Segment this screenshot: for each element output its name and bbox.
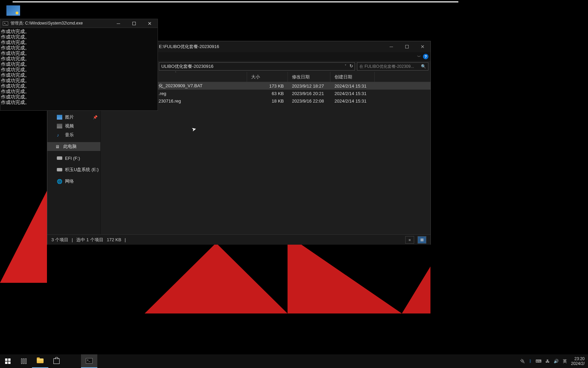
cmd-taskbar-icon: >_ [86,358,93,364]
svg-rect-0 [5,358,7,361]
sidebar-item-videos[interactable]: 视频 [47,122,100,131]
refresh-icon[interactable]: ↻ [349,63,353,68]
videos-icon [57,124,62,128]
sidebar-item-label: 此电脑 [63,143,77,150]
file-modified: 2023/9/12 18:27 [288,83,330,89]
wallpaper-shape [145,235,430,313]
tray-clock[interactable]: 23:20 2024/2/ [571,356,585,366]
sidebar-item-this-pc[interactable]: 🖥 此电脑 [47,142,100,151]
tray-ime-indicator[interactable]: 英 [563,358,567,364]
cmd-output: 作成功完成。作成功完成。作成功完成。作成功完成。作成功完成。作成功完成。作成功完… [0,28,158,106]
address-dropdown-icon[interactable]: ˅ [345,64,346,68]
maximize-button[interactable] [399,41,415,52]
ribbon-expand-icon[interactable]: ﹀ [417,54,421,59]
sidebar-item-label: EFI (F:) [65,156,80,161]
sidebar-item-music[interactable]: ♪ 音乐 [47,131,100,139]
status-selected: 选中 1 个项目 [76,237,103,243]
cmd-titlebar[interactable]: >_ 管理员: C:\Windows\System32\cmd.exe ─ ✕ [0,19,158,28]
sort-asc-icon: ˄ [175,71,177,75]
system-tray: 🔌 ᛒ ⌨ 🖧 🔊 英 23:20 2024/2/ [517,356,588,366]
search-input[interactable]: 在 FULIBO优化套餐-202309... 🔍 [357,62,428,71]
sidebar-item-label: 视频 [65,123,74,129]
address-bar[interactable]: ULIBO优化套餐-20230916 ˅ ↻ [159,62,355,71]
status-bar: 3 个项目 | 选中 1 个项目 172 KB | ≡ ▦ [47,234,430,245]
sidebar-item-pictures[interactable]: 图片 📌 [47,113,100,122]
column-header-modified[interactable]: 修改日期 [288,72,330,82]
sidebar-item-drive-e[interactable]: 积玉U盘系统 (E:) [47,165,100,174]
tray-date: 2024/2/ [571,361,585,366]
tray-keyboard-icon[interactable]: ⌨ [536,359,541,364]
sidebar-item-label: 积玉U盘系统 (E:) [65,167,99,173]
close-button[interactable]: ✕ [142,19,158,28]
this-pc-icon: 🖥 [55,144,61,149]
svg-rect-2 [5,362,7,364]
desktop-shortcut-icon[interactable] [6,5,20,16]
store-icon [53,358,60,364]
pictures-icon [57,115,62,120]
start-button[interactable] [0,354,16,368]
taskbar-app-explorer[interactable] [32,354,48,368]
file-size: 63 KB [247,91,288,96]
help-icon[interactable]: ? [423,54,428,59]
minimize-button[interactable]: ─ [111,19,126,28]
close-button[interactable]: ✕ [415,41,430,52]
tray-usb-icon[interactable]: 🔌 [520,359,525,364]
tray-network-icon[interactable]: 🖧 [545,359,550,364]
file-modified: 2023/9/16 22:08 [288,98,330,104]
taskbar-app-cmd[interactable]: >_ [81,354,97,368]
tray-bluetooth-icon[interactable]: ᛒ [529,359,532,364]
sidebar-item-label: 网络 [65,178,74,184]
svg-rect-1 [8,358,11,361]
file-created: 2024/2/14 15:31 [330,83,375,89]
network-icon: 🌐 [57,179,62,184]
file-size: 18 KB [247,98,288,104]
cmd-window: >_ 管理员: C:\Windows\System32\cmd.exe ─ ✕ … [0,19,158,111]
tray-time: 23:20 [571,356,585,361]
address-text: ULIBO优化套餐-20230916 [161,63,213,70]
taskview-icon [21,358,27,364]
cmd-icon: >_ [3,21,8,26]
taskbar: >_ 🔌 ᛒ ⌨ 🖧 🔊 英 23:20 2024/2/ [0,354,588,368]
pin-icon[interactable]: 📌 [93,115,98,120]
search-placeholder: 在 FULIBO优化套餐-202309... [359,64,414,70]
cmd-title: 管理员: C:\Windows\System32\cmd.exe [11,20,111,26]
column-header-size[interactable]: 大小 [247,72,288,82]
sidebar-item-label: 音乐 [65,132,74,138]
file-created: 2024/2/14 15:31 [330,91,375,96]
wallpaper-shape [0,191,47,283]
minimize-button[interactable]: ─ [383,41,399,52]
column-header-created[interactable]: 创建日期 [330,72,375,82]
taskbar-app-store[interactable] [48,354,65,368]
drive-icon [57,168,62,171]
sidebar-item-label: 图片 [65,114,74,120]
sidebar-item-network[interactable]: 🌐 网络 [47,177,100,186]
taskview-button[interactable] [16,354,32,368]
status-count: 3 个项目 [51,237,68,243]
music-icon: ♪ [57,133,62,137]
file-modified: 2023/9/16 20:21 [288,91,330,96]
drive-icon [57,156,62,160]
file-size: 173 KB [247,83,288,89]
svg-rect-3 [8,362,11,364]
file-created: 2024/2/14 15:31 [330,98,375,104]
view-icons-button[interactable]: ▦ [418,236,426,244]
top-divider [13,1,458,2]
tray-volume-icon[interactable]: 🔊 [554,359,559,364]
search-icon[interactable]: 🔍 [421,64,426,69]
maximize-button[interactable] [126,19,142,28]
status-size: 172 KB [107,237,121,242]
folder-icon [37,358,44,363]
sidebar-item-drive-f[interactable]: EFI (F:) [47,154,100,163]
view-details-button[interactable]: ≡ [405,236,414,244]
